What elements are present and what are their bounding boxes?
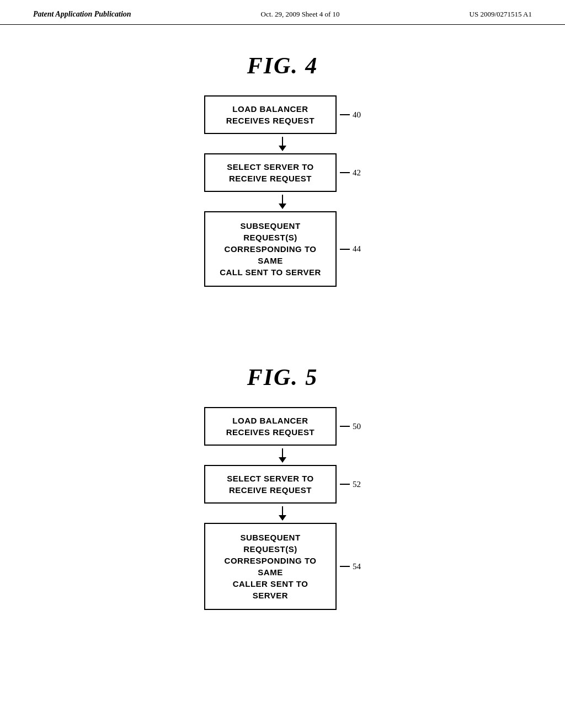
- fig5-title: FIG. 5: [247, 364, 318, 390]
- page-content: FIG. 4 LOAD BALANCER RECEIVES REQUEST 40: [0, 25, 565, 638]
- fig4-number-40: 40: [353, 110, 361, 120]
- header-date-sheet: Oct. 29, 2009 Sheet 4 of 10: [261, 10, 340, 19]
- fig4-flowchart: LOAD BALANCER RECEIVES REQUEST 40 SELECT…: [204, 95, 361, 287]
- fig4-number-42: 42: [353, 168, 361, 178]
- fig4-box-44-line1: SUBSEQUENT REQUEST(S): [240, 221, 300, 242]
- fig4-label-44-group: 44: [340, 244, 361, 254]
- fig4-arrow-down-2: [282, 195, 283, 208]
- fig5-arrow-2: [282, 504, 283, 523]
- fig5-box-50-line2: RECEIVES REQUEST: [226, 427, 315, 437]
- fig5-arrow-down-1: [282, 448, 283, 462]
- fig5-label-52-group: 52: [340, 480, 361, 489]
- fig5-bracket-52: [340, 484, 350, 485]
- fig5-number-52: 52: [353, 480, 361, 489]
- fig5-box-52-line2: RECEIVE REQUEST: [229, 485, 312, 495]
- fig5-box-50: LOAD BALANCER RECEIVES REQUEST: [204, 407, 337, 446]
- fig5-number-54: 54: [353, 562, 361, 571]
- fig5-step-54-container: SUBSEQUENT REQUEST(S) CORRESPONDING TO S…: [204, 523, 361, 610]
- fig4-box-44-line2: CORRESPONDING TO SAME: [225, 244, 317, 265]
- fig5-box-54-line1: SUBSEQUENT REQUEST(S): [240, 533, 300, 554]
- fig5-box-50-line1: LOAD BALANCER: [232, 416, 308, 425]
- fig5-box-54: SUBSEQUENT REQUEST(S) CORRESPONDING TO S…: [204, 523, 337, 610]
- fig5-step-54: SUBSEQUENT REQUEST(S) CORRESPONDING TO S…: [204, 523, 361, 610]
- fig5-arrow-down-2: [282, 506, 283, 520]
- fig4-label-42-group: 42: [340, 168, 361, 178]
- fig4-box-40-line1: LOAD BALANCER: [232, 104, 308, 114]
- fig4-arrow-2: [282, 192, 283, 211]
- fig5-label-50-group: 50: [340, 422, 361, 431]
- fig4-bracket-42: [340, 172, 350, 173]
- fig4-step-42: SELECT SERVER TO RECEIVE REQUEST 42: [204, 153, 361, 192]
- fig4-step-40-container: LOAD BALANCER RECEIVES REQUEST 40: [204, 95, 361, 134]
- fig4-arrow-1: [282, 134, 283, 153]
- fig4-title: FIG. 4: [247, 52, 318, 79]
- fig4-label-40-group: 40: [340, 110, 361, 120]
- fig5-box-52-line1: SELECT SERVER TO: [227, 474, 313, 483]
- fig5-box-54-line3: CALLER SENT TO SERVER: [233, 579, 308, 600]
- fig4-box-42-line1: SELECT SERVER TO: [227, 162, 313, 172]
- fig5-box-54-line2: CORRESPONDING TO SAME: [225, 556, 317, 577]
- fig5-flowchart: LOAD BALANCER RECEIVES REQUEST 50 SELECT…: [204, 407, 361, 610]
- fig4-box-44-line3: CALL SENT TO SERVER: [220, 267, 321, 277]
- page-header: Patent Application Publication Oct. 29, …: [0, 0, 565, 25]
- fig4-box-42: SELECT SERVER TO RECEIVE REQUEST: [204, 153, 337, 192]
- fig4-bracket-40: [340, 114, 350, 115]
- fig4-box-40-line2: RECEIVES REQUEST: [226, 116, 315, 125]
- fig4-number-44: 44: [353, 244, 361, 254]
- header-publication-type: Patent Application Publication: [33, 10, 131, 19]
- fig5-step-52: SELECT SERVER TO RECEIVE REQUEST 52: [204, 465, 361, 504]
- fig4-bracket-44: [340, 249, 350, 250]
- fig4-step-42-container: SELECT SERVER TO RECEIVE REQUEST 42: [204, 153, 361, 192]
- header-patent-number: US 2009/0271515 A1: [470, 10, 532, 19]
- fig5-step-50-container: LOAD BALANCER RECEIVES REQUEST 50: [204, 407, 361, 446]
- fig5-step-52-container: SELECT SERVER TO RECEIVE REQUEST 52: [204, 465, 361, 504]
- fig5-box-52: SELECT SERVER TO RECEIVE REQUEST: [204, 465, 337, 504]
- fig5-bracket-54: [340, 566, 350, 567]
- fig5-bracket-50: [340, 426, 350, 427]
- fig4-step-44-container: SUBSEQUENT REQUEST(S) CORRESPONDING TO S…: [204, 211, 361, 287]
- fig4-step-44: SUBSEQUENT REQUEST(S) CORRESPONDING TO S…: [204, 211, 361, 287]
- fig5-step-50: LOAD BALANCER RECEIVES REQUEST 50: [204, 407, 361, 446]
- fig4-box-44: SUBSEQUENT REQUEST(S) CORRESPONDING TO S…: [204, 211, 337, 287]
- fig5-label-54-group: 54: [340, 562, 361, 571]
- fig5-number-50: 50: [353, 422, 361, 431]
- fig4-box-42-line2: RECEIVE REQUEST: [229, 174, 312, 183]
- fig5-arrow-1: [282, 446, 283, 465]
- fig4-step-40: LOAD BALANCER RECEIVES REQUEST 40: [204, 95, 361, 134]
- fig4-box-40: LOAD BALANCER RECEIVES REQUEST: [204, 95, 337, 134]
- fig4-arrow-down-1: [282, 137, 283, 151]
